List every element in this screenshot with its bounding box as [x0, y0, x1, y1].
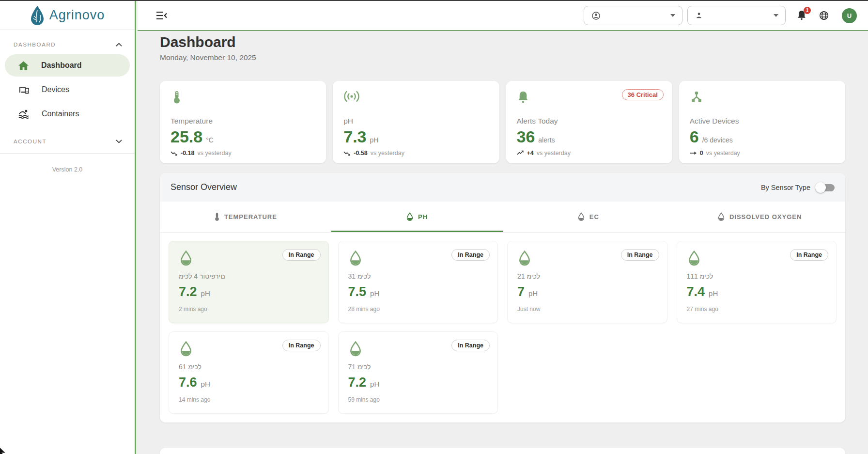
sensor-timestamp: Just now [517, 306, 657, 313]
sensor-card[interactable]: In Range 71 מיכל 7.2 pH 59 mins ago [338, 331, 498, 414]
sensor-value: 7.6 [179, 375, 197, 390]
notifications-button[interactable]: 1 [796, 10, 807, 21]
caret-down-icon [670, 14, 675, 17]
sensor-name: מיכל 4 רוטיפרים [179, 272, 319, 281]
sensor-value: 7.5 [348, 284, 367, 299]
top-header: 1 U [138, 1, 868, 31]
brand-name: Agrinovo [49, 8, 105, 23]
sidebar-item-label: Devices [42, 85, 69, 94]
brand-logo[interactable]: Agrinovo [0, 1, 135, 30]
sensor-name: 21 מיכל [517, 272, 657, 281]
trend-value: -0.58 [354, 150, 368, 157]
stats-row: Temperature 25.8 °C -0.18 vs yesterday [160, 81, 845, 163]
stat-card-active-devices: Active Devices 6 /6 devices 0 vs yesterd… [679, 81, 845, 163]
sensor-timestamp: 59 mins ago [348, 396, 488, 403]
sidebar-nav: DASHBOARD Dashboard Devices [0, 30, 135, 173]
sidebar-section-account[interactable]: ACCOUNT [0, 138, 135, 145]
by-sensor-type-toggle[interactable]: By Sensor Type [761, 183, 835, 192]
stat-value: 6 [690, 128, 699, 145]
tab-ph[interactable]: PH [331, 202, 503, 232]
sensor-overview-panel: Sensor Overview By Sensor Type TEMPERATU… [160, 173, 845, 423]
tab-label: TEMPERATURE [224, 213, 277, 220]
stat-unit: °C [206, 136, 214, 144]
app-version: Version 2.0 [0, 166, 135, 173]
panel-title: Sensor Overview [170, 182, 237, 192]
home-icon [18, 61, 29, 70]
sensor-signal-icon [343, 90, 360, 103]
trend-suffix: vs yesterday [371, 150, 404, 157]
bell-icon [517, 90, 529, 105]
menu-fold-icon[interactable] [156, 10, 168, 21]
tab-label: EC [589, 213, 599, 220]
status-badge: In Range [451, 340, 490, 351]
device-hub-icon [690, 90, 703, 104]
sensor-unit: pH [370, 380, 379, 388]
sensor-card[interactable]: In Range 31 מיכל 7.5 pH 28 mins ago [338, 241, 498, 323]
devices-icon [18, 85, 29, 94]
sensor-unit: pH [528, 289, 538, 297]
thermometer-icon [170, 90, 183, 105]
trend-value: -0.18 [181, 150, 195, 157]
avatar[interactable]: U [842, 8, 857, 23]
switch-knob [815, 182, 826, 193]
status-badge: In Range [282, 249, 321, 261]
page-title: Dashboard [160, 34, 845, 50]
sensor-name: 61 מיכל [179, 363, 319, 371]
trend-suffix: vs yesterday [537, 150, 571, 157]
status-badge: In Range [451, 249, 490, 261]
droplet-icon [717, 212, 725, 221]
sidebar-item-devices[interactable]: Devices [5, 78, 130, 101]
droplet-icon [577, 212, 585, 221]
stat-value: 7.3 [343, 128, 366, 145]
sidebar-item-containers[interactable]: Containers [5, 103, 130, 125]
sidebar-item-dashboard[interactable]: Dashboard [5, 54, 130, 77]
sensor-name: 111 מיכל [687, 272, 827, 281]
critical-badge: 36 Critical [622, 89, 664, 100]
profile-select[interactable] [584, 6, 682, 25]
droplet-icon [406, 212, 414, 221]
main-content: Dashboard Monday, November 10, 2025 Temp… [138, 31, 868, 454]
chevron-up-icon [116, 43, 122, 47]
trend-suffix: vs yesterday [706, 150, 740, 157]
sidebar: Agrinovo DASHBOARD Dashboard [0, 1, 136, 454]
tab-dissolved-oxygen[interactable]: DISSOLVED OXYGEN [674, 202, 845, 232]
stat-value: 36 [517, 128, 535, 145]
sidebar-section-dashboard[interactable]: DASHBOARD [0, 41, 135, 48]
page-date: Monday, November 10, 2025 [160, 53, 845, 62]
sensor-timestamp: 14 mins ago [179, 396, 319, 403]
trending-flat-icon [690, 150, 697, 157]
sidebar-item-label: Dashboard [41, 61, 82, 70]
sensor-value: 7 [517, 284, 525, 299]
stat-unit: /6 devices [702, 136, 733, 144]
sensor-timestamp: 28 mins ago [348, 306, 488, 313]
sensor-card-grid: In Range מיכל 4 רוטיפרים 7.2 pH 2 mins a… [160, 233, 845, 423]
status-badge: In Range [790, 249, 828, 261]
tab-ec[interactable]: EC [503, 202, 674, 232]
globe-icon[interactable] [819, 10, 829, 21]
chevron-down-icon [116, 140, 122, 143]
sensor-value: 7.2 [179, 284, 197, 299]
thermometer-icon [214, 212, 220, 221]
stat-label: Active Devices [690, 116, 835, 125]
stat-card-ph: pH 7.3 pH -0.58 vs yesterday [333, 81, 499, 163]
user-select[interactable] [687, 6, 786, 25]
pool-icon [18, 110, 29, 119]
stat-unit: pH [370, 136, 379, 144]
stat-label: Temperature [170, 116, 315, 125]
stat-unit: alerts [538, 136, 555, 144]
trending-down-icon [343, 150, 351, 157]
tab-label: DISSOLVED OXYGEN [729, 213, 802, 220]
leaf-droplet-icon [30, 5, 45, 26]
toggle-switch[interactable] [816, 183, 835, 192]
sensor-card[interactable]: In Range 21 מיכל 7 pH Just now [507, 241, 667, 323]
window-top-edge [0, 0, 868, 1]
toggle-label: By Sensor Type [761, 184, 810, 191]
sensor-card[interactable]: In Range 111 מיכל 7.4 pH 27 mins ago [677, 241, 837, 323]
sensor-card[interactable]: In Range מיכל 4 רוטיפרים 7.2 pH 2 mins a… [169, 241, 329, 323]
stat-card-temperature: Temperature 25.8 °C -0.18 vs yesterday [160, 81, 326, 163]
sensor-unit: pH [370, 289, 379, 297]
tab-temperature[interactable]: TEMPERATURE [160, 202, 331, 232]
trending-down-icon [170, 150, 178, 157]
sensor-card[interactable]: In Range 61 מיכל 7.6 pH 14 mins ago [169, 331, 329, 414]
mouse-cursor [0, 446, 8, 454]
